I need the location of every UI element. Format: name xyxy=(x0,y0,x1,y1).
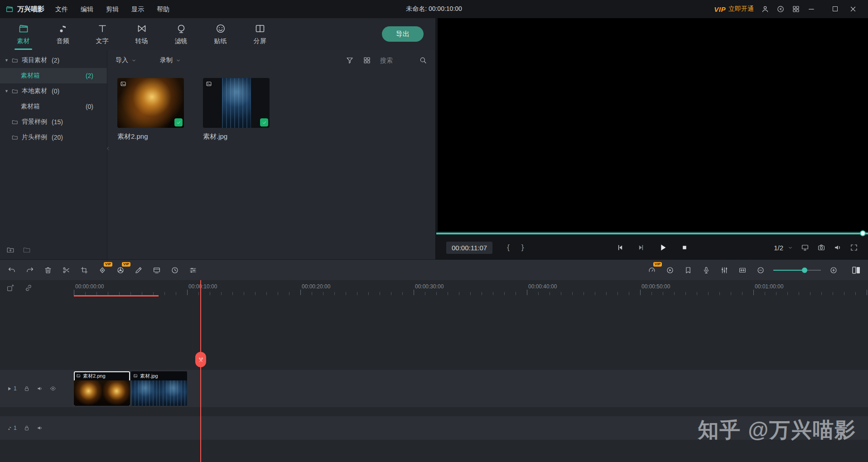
sidebar-item-project-media[interactable]: ▼ 项目素材 (2) xyxy=(0,53,107,68)
app-logo: 万兴喵影 xyxy=(5,5,44,14)
layout-toggle-button[interactable] xyxy=(847,261,865,279)
sidebar-item-media-bin[interactable]: 素材箱 (2) xyxy=(0,68,107,83)
tab-audio[interactable]: 音频 xyxy=(43,18,82,50)
tab-transition[interactable]: 转场 xyxy=(122,18,161,50)
render-preview-button[interactable] xyxy=(148,261,166,279)
in-timeline-check-icon xyxy=(260,118,268,126)
timeline-ruler[interactable]: 00:00:00:00 00:00:10:00 00:00:20:00 00:0… xyxy=(0,280,868,297)
next-frame-button[interactable] xyxy=(637,243,645,252)
history-button[interactable] xyxy=(166,261,184,279)
search-input[interactable] xyxy=(380,57,415,64)
close-button[interactable] xyxy=(849,5,863,13)
feedback-button[interactable] xyxy=(776,5,785,13)
account-button[interactable] xyxy=(761,5,769,13)
playhead-line[interactable] xyxy=(200,280,201,462)
expander-down-icon[interactable]: ▼ xyxy=(5,58,12,63)
search-icon[interactable] xyxy=(419,56,427,64)
track-height-button[interactable] xyxy=(733,261,752,279)
apps-button[interactable] xyxy=(792,5,800,13)
folder-icon xyxy=(12,57,18,63)
mute-track-button[interactable] xyxy=(37,385,43,392)
expander-down-icon[interactable]: ▼ xyxy=(5,89,12,93)
zoom-slider-fill xyxy=(773,270,802,271)
fullscreen-button[interactable] xyxy=(850,243,858,252)
minimize-button[interactable] xyxy=(807,5,821,13)
menu-file[interactable]: 文件 xyxy=(49,0,74,18)
record-label: 录制 xyxy=(160,56,173,64)
mark-in-button[interactable]: { xyxy=(507,243,510,252)
tab-label: 转场 xyxy=(135,37,148,45)
audio-track-number: 1 xyxy=(14,425,17,431)
video-track[interactable]: 1 xyxy=(0,370,868,407)
previous-frame-button[interactable] xyxy=(616,243,624,252)
adjust-button[interactable] xyxy=(184,261,202,279)
media-thumbnail[interactable] xyxy=(117,78,184,128)
tab-media[interactable]: 素材 xyxy=(4,18,43,50)
menu-edit[interactable]: 编辑 xyxy=(74,0,100,18)
playhead-scissors-handle[interactable] xyxy=(195,352,206,367)
sidebar-item-local-bin[interactable]: 素材箱 (0) xyxy=(0,99,107,114)
record-dropdown[interactable]: 录制 xyxy=(160,56,181,64)
mark-out-button[interactable]: } xyxy=(521,243,524,252)
color-correction-button[interactable]: VIP xyxy=(111,261,130,279)
sidebar-collapse-button[interactable] xyxy=(106,146,111,151)
tab-filter[interactable]: 滤镜 xyxy=(161,18,201,50)
play-button[interactable] xyxy=(658,243,668,253)
import-dropdown[interactable]: 导入 xyxy=(116,56,136,64)
volume-button[interactable] xyxy=(834,243,842,252)
stop-button[interactable] xyxy=(680,243,689,252)
delete-button[interactable] xyxy=(39,261,57,279)
play-circle-icon xyxy=(666,266,674,274)
seekbar[interactable] xyxy=(436,231,868,236)
monitor-icon xyxy=(801,243,809,252)
quality-selector[interactable]: 1/2 xyxy=(774,244,793,252)
video-track-icon xyxy=(7,386,12,391)
audio-mixer-button[interactable] xyxy=(715,261,733,279)
menu-help[interactable]: 帮助 xyxy=(150,0,176,18)
tab-text[interactable]: 文字 xyxy=(82,18,122,50)
zoom-slider-handle[interactable] xyxy=(802,267,807,273)
voiceover-button[interactable] xyxy=(697,261,715,279)
timeline-clip-2[interactable]: 素材.jpg xyxy=(131,371,187,406)
maximize-button[interactable] xyxy=(828,5,842,13)
undo-button[interactable] xyxy=(3,261,21,279)
snapshot-button[interactable] xyxy=(817,243,825,252)
sidebar-item-background-samples[interactable]: 背景样例 (15) xyxy=(0,114,107,130)
menu-view[interactable]: 显示 xyxy=(125,0,150,18)
keyframe-button[interactable]: VIP xyxy=(93,261,111,279)
video-track-number: 1 xyxy=(14,385,17,392)
display-device-button[interactable] xyxy=(801,243,809,252)
vip-upgrade-button[interactable]: VIP 立即开通 xyxy=(714,5,754,13)
media-item-2[interactable]: 素材.jpg xyxy=(203,78,270,141)
filter-button[interactable] xyxy=(346,56,354,64)
tab-splitscreen[interactable]: 分屏 xyxy=(240,18,280,50)
sticker-tab-icon xyxy=(215,23,226,34)
split-button[interactable] xyxy=(57,261,75,279)
bookmark-button[interactable] xyxy=(679,261,697,279)
sidebar-item-local-media[interactable]: ▼ 本地素材 (0) xyxy=(0,83,107,99)
media-thumbnail[interactable] xyxy=(203,78,270,128)
redo-button[interactable] xyxy=(21,261,39,279)
timeline-clip-1[interactable]: 素材2.png xyxy=(74,371,130,406)
new-bin-button[interactable] xyxy=(6,246,14,254)
marker-button[interactable] xyxy=(130,261,148,279)
sidebar-item-intro-samples[interactable]: 片头样例 (20) xyxy=(0,130,107,145)
clapperboard-logo-icon xyxy=(5,5,14,13)
delete-bin-button[interactable] xyxy=(23,246,31,254)
crop-button[interactable] xyxy=(75,261,93,279)
zoom-in-button[interactable] xyxy=(825,261,843,279)
hide-track-button[interactable] xyxy=(50,385,56,392)
mute-track-button[interactable] xyxy=(37,425,43,431)
autoplay-button[interactable] xyxy=(661,261,679,279)
grid-view-button[interactable] xyxy=(363,56,371,64)
tab-sticker[interactable]: 贴纸 xyxy=(201,18,240,50)
menu-clip[interactable]: 剪辑 xyxy=(100,0,125,18)
zoom-out-button[interactable] xyxy=(752,261,770,279)
timeline-zoom-slider[interactable] xyxy=(773,270,821,271)
lock-track-button[interactable] xyxy=(24,385,30,392)
export-button[interactable]: 导出 xyxy=(382,26,424,42)
media-item-1[interactable]: 素材2.png xyxy=(117,78,184,141)
lock-track-button[interactable] xyxy=(24,425,30,431)
speed-button[interactable]: VIP xyxy=(643,261,661,279)
seek-track[interactable] xyxy=(436,233,868,234)
